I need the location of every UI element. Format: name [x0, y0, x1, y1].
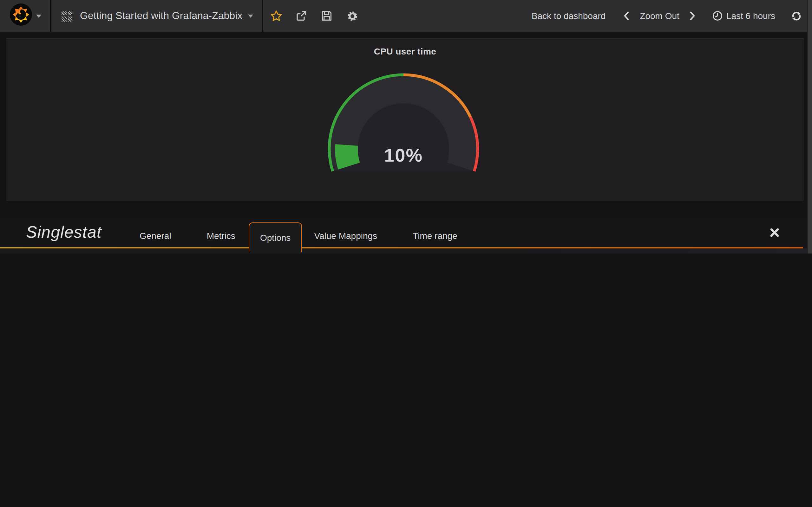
share-button[interactable]	[289, 0, 314, 32]
star-button[interactable]	[263, 0, 289, 32]
editor-panel-type: Singlestat	[26, 222, 101, 242]
chevron-right-icon	[690, 11, 696, 20]
settings-button[interactable]	[339, 0, 365, 32]
zoom-out-button[interactable]: Zoom Out	[640, 11, 679, 21]
gauge: 10%	[321, 66, 486, 174]
save-button[interactable]	[314, 0, 339, 32]
star-icon	[270, 10, 282, 21]
panel-editor: Singlestat General Metrics Options Value…	[0, 218, 808, 253]
back-to-dashboard-button[interactable]: Back to dashboard	[531, 11, 606, 21]
navbar-right: Back to dashboard Zoom Out Last 6 hours	[531, 9, 812, 23]
clock-icon	[712, 11, 722, 21]
chevron-left-icon	[623, 11, 629, 20]
refresh-button[interactable]	[789, 9, 803, 23]
tab-time-range[interactable]: Time range	[401, 223, 469, 248]
dashboard-title: Getting Started with Grafana-Zabbix	[80, 10, 242, 21]
time-shift-left-button[interactable]	[619, 9, 633, 23]
grafana-logo-icon	[9, 3, 32, 29]
time-range-label: Last 6 hours	[726, 11, 775, 21]
tab-metrics[interactable]: Metrics	[195, 223, 247, 248]
singlestat-panel: CPU user time 10%	[6, 38, 804, 201]
refresh-icon	[791, 10, 802, 21]
grafana-menu-button[interactable]	[0, 0, 51, 32]
close-editor-button[interactable]	[769, 228, 780, 240]
editor-tabs: General Metrics Options Value Mappings T…	[128, 222, 469, 248]
gear-icon	[346, 10, 358, 22]
grafana-app: Getting Started with Grafana-Zabbix	[0, 0, 812, 253]
tab-general[interactable]: General	[128, 223, 183, 248]
time-picker-button[interactable]: Last 6 hours	[712, 11, 775, 21]
dashboard-grid-icon	[61, 10, 72, 21]
close-icon	[769, 228, 780, 238]
tab-options[interactable]: Options	[249, 222, 302, 252]
time-shift-right-button[interactable]	[686, 9, 700, 23]
share-icon	[296, 10, 307, 21]
chevron-down-icon	[248, 14, 253, 17]
options-tab-content: Big value Prefix Value avg Postfix Font …	[0, 248, 808, 253]
save-icon	[321, 10, 333, 21]
tab-value-mappings[interactable]: Value Mappings	[302, 223, 389, 248]
gauge-value: 10%	[384, 145, 423, 165]
editor-header: Singlestat General Metrics Options Value…	[0, 218, 808, 248]
dashboard-title-dropdown[interactable]: Getting Started with Grafana-Zabbix	[80, 10, 253, 21]
panel-title[interactable]: CPU user time	[6, 46, 804, 56]
scrollbar[interactable]	[807, 0, 812, 253]
navbar: Getting Started with Grafana-Zabbix	[0, 0, 812, 32]
chevron-down-icon	[36, 14, 41, 17]
